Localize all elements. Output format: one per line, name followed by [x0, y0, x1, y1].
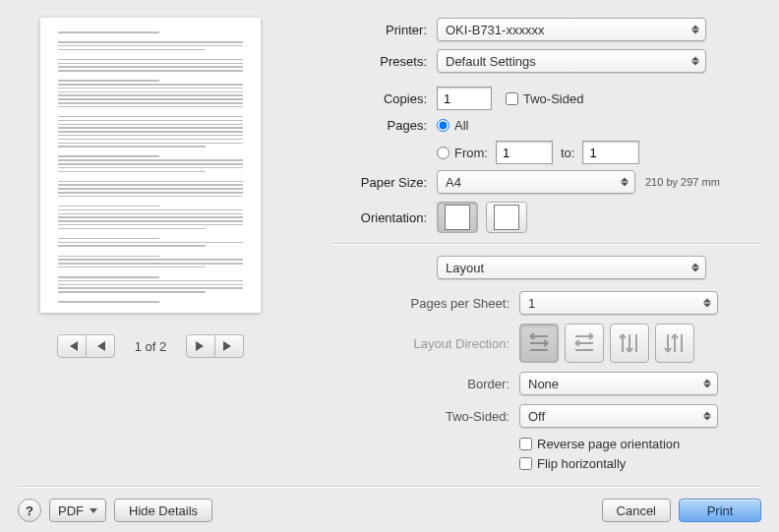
- two-sided-select[interactable]: Off: [519, 404, 718, 428]
- orientation-landscape[interactable]: [486, 202, 527, 233]
- flip-horizontally-checkbox[interactable]: [519, 457, 532, 470]
- cancel-button[interactable]: Cancel: [602, 499, 671, 522]
- portrait-icon: [445, 205, 470, 230]
- pdf-menu-button[interactable]: PDF: [49, 499, 106, 522]
- border-label: Border:: [332, 377, 509, 391]
- two-sided-label: Two-Sided:: [332, 409, 509, 424]
- printer-label: Printer:: [332, 23, 427, 37]
- orientation-portrait[interactable]: [437, 202, 478, 233]
- two-sided-checkbox[interactable]: [506, 92, 518, 105]
- layout-dir-icon-1: [528, 332, 550, 354]
- pages-label: Pages:: [332, 118, 427, 133]
- reverse-orientation-checkbox[interactable]: [519, 438, 532, 450]
- two-sided-cb-label: Two-Sided: [523, 91, 583, 106]
- layout-dir-2[interactable]: [565, 324, 604, 363]
- layout-dir-4[interactable]: [655, 324, 694, 363]
- page-preview: [40, 18, 261, 313]
- divider: [332, 243, 761, 244]
- pages-to-input[interactable]: [582, 141, 639, 164]
- next-page-button[interactable]: [186, 334, 215, 358]
- page-indicator: 1 of 2: [121, 339, 180, 354]
- print-button[interactable]: Print: [679, 499, 761, 522]
- layout-dir-label: Layout Direction:: [332, 336, 509, 351]
- paper-size-note: 210 by 297 mm: [645, 176, 720, 188]
- pages-all-radio[interactable]: [437, 119, 449, 132]
- pages-all-label: All: [454, 118, 468, 133]
- dropdown-triangle-icon: [90, 508, 97, 513]
- pages-from-radio[interactable]: [437, 147, 449, 159]
- copies-label: Copies:: [332, 91, 427, 106]
- help-button[interactable]: ?: [18, 499, 41, 522]
- prev-page-button[interactable]: [87, 334, 115, 358]
- presets-label: Presets:: [332, 54, 427, 69]
- pages-from-label: From:: [454, 146, 488, 160]
- layout-dir-3[interactable]: [610, 324, 649, 363]
- pages-from-input[interactable]: [496, 141, 553, 164]
- settings-panel: Printer: OKI-B731-xxxxxx Presets: Defaul…: [283, 18, 761, 476]
- flip-horizontally-label: Flip horizontally: [537, 456, 626, 471]
- layout-dir-icon-2: [573, 332, 595, 354]
- pages-to-label: to:: [561, 146, 574, 160]
- first-page-button[interactable]: [57, 334, 87, 358]
- paper-size-select[interactable]: A4: [437, 170, 635, 194]
- copies-input[interactable]: [437, 87, 492, 110]
- pps-label: Pages per Sheet:: [332, 296, 509, 311]
- section-select[interactable]: Layout: [437, 256, 706, 279]
- layout-dir-icon-4: [664, 332, 686, 354]
- landscape-icon: [494, 205, 519, 230]
- last-page-button[interactable]: [215, 334, 244, 358]
- printer-select[interactable]: OKI-B731-xxxxxx: [437, 18, 706, 41]
- footer-divider: [18, 486, 761, 487]
- pps-select[interactable]: 1: [519, 291, 718, 315]
- orientation-label: Orientation:: [332, 210, 427, 225]
- paper-size-label: Paper Size:: [332, 175, 427, 190]
- layout-dir-1[interactable]: [519, 324, 559, 363]
- border-select[interactable]: None: [519, 372, 718, 395]
- preview-panel: 1 of 2: [18, 18, 283, 476]
- presets-select[interactable]: Default Settings: [437, 49, 706, 73]
- layout-dir-icon-3: [619, 332, 640, 354]
- hide-details-button[interactable]: Hide Details: [114, 499, 212, 522]
- reverse-orientation-label: Reverse page orientation: [537, 437, 680, 451]
